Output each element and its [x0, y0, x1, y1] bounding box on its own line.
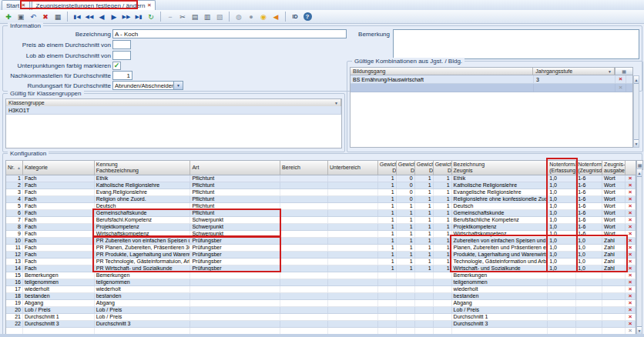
delete-row-icon[interactable]: × — [626, 293, 636, 299]
cell-d3[interactable] — [397, 300, 415, 306]
cell-d3[interactable]: 1 — [397, 224, 415, 230]
konfiguration-row[interactable]: 8FachProjektkompetenzSchwerpunkt1111Proj… — [6, 224, 636, 231]
cell-bereich[interactable] — [280, 182, 328, 189]
cell-kategorie[interactable]: Fach — [23, 265, 95, 272]
cell-nf_erfassung[interactable] — [548, 300, 576, 306]
cell-kennung[interactable]: Gemeinschaftskunde — [95, 210, 191, 216]
lob-input[interactable] — [112, 51, 131, 60]
cell-ausgabe[interactable]: Wort — [602, 196, 626, 202]
cell-nr[interactable]: 21 — [6, 314, 23, 320]
cell-bereich[interactable] — [280, 245, 328, 251]
cell-unterbereich[interactable] — [328, 252, 378, 258]
cell-d5[interactable]: 1 — [434, 224, 452, 230]
cell-d1[interactable] — [378, 300, 397, 306]
cell-nr[interactable]: 2 — [6, 182, 23, 189]
delete-row-icon[interactable]: × — [626, 203, 636, 209]
nav-fast-next-button[interactable]: ▶▶ — [121, 12, 132, 22]
cell-d5[interactable]: 1 — [434, 231, 452, 237]
cell-d5[interactable] — [434, 321, 452, 327]
delete-row-icon[interactable]: × — [626, 224, 636, 230]
column-header-gewicht-d5[interactable]: Gewicht D5 — [434, 161, 452, 175]
delete-row-icon[interactable]: × — [626, 300, 636, 306]
save-button[interactable]: ▣ — [15, 12, 26, 22]
cell-ausgabe[interactable] — [602, 307, 626, 313]
cell-bezeichnung[interactable]: Projektkompetenz — [452, 224, 548, 230]
cell-art[interactable]: Pflichtunt — [190, 210, 280, 216]
cell-d4[interactable] — [415, 314, 434, 320]
close-icon[interactable]: × — [22, 2, 25, 8]
cell-bezeichnung[interactable]: wiederholt — [452, 286, 548, 292]
cell-kennung[interactable]: Religion ohne Zuord. — [95, 196, 191, 202]
cell-bezeichnung[interactable]: Ethik — [452, 175, 548, 182]
cell-bereich[interactable] — [280, 307, 328, 313]
cell-nr[interactable]: 20 — [6, 307, 23, 313]
cell-d3[interactable]: 0 — [397, 175, 415, 182]
cell-d5[interactable]: 1 — [434, 238, 452, 244]
cell-art[interactable]: Prüfungsber — [190, 245, 280, 251]
cell-nf_zeugnisdruck[interactable]: 1-6 — [576, 210, 602, 216]
cell-nf_erfassung[interactable] — [548, 293, 576, 299]
column-header-bereich[interactable]: Bereich — [280, 161, 328, 175]
cell-nf_erfassung[interactable]: 1,0 — [548, 259, 576, 265]
cell-nf_zeugnisdruck[interactable]: 1-6 — [576, 224, 602, 230]
konfiguration-row[interactable]: 12FachPR Produkte, Lagerhaltung und Ware… — [6, 252, 636, 259]
cell-d1[interactable]: 1 — [378, 189, 397, 195]
cell-d5[interactable] — [434, 300, 452, 306]
cell-kennung[interactable]: Evang.Religionslehre — [95, 189, 191, 195]
cell-bezeichnung[interactable]: Berufsfachliche Kompetenz — [452, 217, 548, 223]
cell-ausgabe[interactable]: Zahl — [602, 252, 626, 258]
delete-row-icon[interactable]: × — [626, 189, 636, 195]
cell-ausgabe[interactable] — [602, 321, 626, 327]
delete-row-icon[interactable]: × — [626, 321, 636, 327]
cell-d4[interactable]: 1 — [415, 196, 434, 202]
konfiguration-row[interactable]: 9FachWirtschaftskompetenzSchwerpunkt1111… — [6, 231, 636, 238]
column-header-jahrgangsstufe[interactable]: Jahrgangsstufe ▼ — [533, 68, 615, 75]
cell-nf_erfassung[interactable] — [548, 286, 576, 292]
column-header-bildungsgang[interactable]: Bildungsgang — [351, 68, 533, 75]
cell-kategorie[interactable]: Fach — [23, 182, 95, 189]
cell-jahrgangsstufe[interactable]: 3 — [534, 75, 615, 83]
scroll-down-icon[interactable]: ▼ — [634, 139, 639, 147]
cell-d1[interactable]: 1 — [378, 175, 397, 182]
nav-next-button[interactable]: ▶ — [109, 12, 119, 22]
cell-bereich[interactable] — [280, 293, 328, 299]
cell-kategorie[interactable]: Fach — [23, 252, 95, 258]
cell-nr[interactable]: 18 — [6, 293, 23, 299]
cell-nf_erfassung[interactable]: 1,0 — [548, 238, 576, 244]
konfiguration-row[interactable]: 17wiederholtwiederholtwiederholt× — [6, 286, 636, 293]
cell-nf_erfassung[interactable]: 1,0 — [548, 224, 576, 230]
cell-nf_zeugnisdruck[interactable] — [576, 321, 602, 327]
cell-art[interactable] — [190, 279, 280, 285]
cell-kategorie[interactable]: Fach — [23, 203, 95, 209]
cell-nf_zeugnisdruck[interactable]: 1,0 — [576, 259, 602, 265]
refresh-button[interactable]: ↻ — [146, 12, 156, 22]
cell-d4[interactable]: 1 — [415, 210, 434, 216]
tab-start[interactable]: Start × — [2, 0, 30, 10]
konfiguration-row[interactable]: 21Durchschnitt 1Lob / PreisDurchschnitt … — [6, 314, 636, 321]
cell-unterbereich[interactable] — [328, 231, 378, 237]
cell-d3[interactable]: 1 — [397, 203, 415, 209]
konfiguration-row[interactable]: 2FachKatholische ReligionslehrePflichtun… — [6, 182, 636, 189]
cell-bezeichnung[interactable]: Abgang — [452, 300, 548, 306]
cell-ausgabe[interactable] — [602, 279, 626, 285]
cell-unterbereich[interactable] — [328, 217, 378, 223]
cell-kennung[interactable]: Durchschnitt 3 — [95, 321, 191, 327]
cell-nf_erfassung[interactable]: 1,0 — [548, 245, 576, 251]
column-header-art[interactable]: Art — [190, 161, 280, 175]
cell-kennung[interactable]: Katholische Religionslehre — [95, 182, 191, 189]
cell-ausgabe[interactable] — [602, 286, 626, 292]
cell-kategorie[interactable]: Fach — [23, 224, 95, 230]
cell-ausgabe[interactable]: Wort — [602, 217, 626, 223]
column-header-kategorie[interactable]: Kategorie — [23, 161, 95, 175]
delete-row-icon[interactable]: × — [626, 252, 636, 258]
cell-bezeichnung[interactable]: Bemerkungen — [452, 272, 548, 279]
cell-kennung[interactable]: PR Produkte, Lagerhaltung und Warenwirts… — [95, 252, 191, 258]
cell-d3[interactable]: 0 — [397, 196, 415, 202]
cell-kategorie[interactable]: Lob / Preis — [23, 307, 95, 313]
cell-bezeichnung[interactable]: Durchschnitt 3 — [452, 321, 548, 327]
cell-kategorie[interactable]: Fach — [23, 238, 95, 244]
delete-row-icon[interactable]: × — [626, 259, 636, 265]
cell-nf_erfassung[interactable] — [548, 307, 576, 313]
paste-button[interactable]: ▥ — [202, 12, 213, 22]
cell-kennung[interactable]: PR Wirtschaft- und Sozialkunde — [95, 265, 191, 272]
